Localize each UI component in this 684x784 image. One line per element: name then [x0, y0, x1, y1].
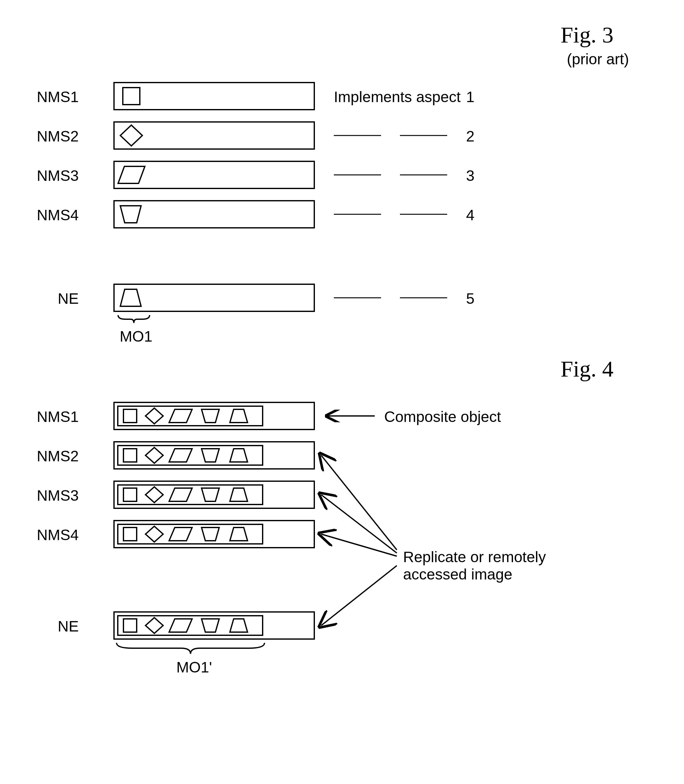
svg-rect-12 [114, 201, 314, 228]
fig3-row2-ditto: " [334, 133, 447, 139]
fig3-row4-ditto: " [334, 211, 447, 217]
fig4-title: Fig. 4 [561, 356, 613, 382]
svg-marker-26 [169, 409, 192, 423]
svg-marker-47 [169, 527, 192, 541]
svg-marker-56 [230, 619, 247, 632]
svg-marker-35 [230, 449, 247, 462]
svg-marker-18 [120, 289, 141, 306]
svg-marker-54 [169, 619, 192, 632]
svg-marker-39 [145, 487, 163, 503]
svg-line-60 [321, 534, 397, 556]
fig3-row1-label: NMS1 [32, 88, 79, 105]
fig3-row3-ditto: " [334, 172, 447, 178]
fig3-row3-label: NMS3 [32, 167, 79, 184]
fig3-row1-box [113, 82, 315, 110]
fig3-row5-ditto: " [334, 295, 447, 301]
svg-marker-42 [230, 488, 247, 501]
svg-marker-33 [169, 449, 192, 462]
svg-marker-27 [202, 409, 219, 423]
svg-rect-7 [114, 161, 314, 188]
svg-rect-38 [123, 488, 137, 501]
svg-text:": " [389, 211, 393, 217]
fig3-row1-aspect: Implements aspect [334, 88, 461, 105]
fig3-row5-label: NE [32, 290, 79, 307]
fig3-row4-box [113, 200, 315, 228]
replicate-label-line1: Replicate or remotely [403, 548, 546, 566]
fig3-title: Fig. 3 [561, 22, 613, 48]
svg-marker-25 [145, 408, 163, 424]
fig4-row5-box [113, 611, 315, 640]
svg-marker-53 [145, 618, 163, 634]
svg-rect-17 [114, 284, 314, 311]
svg-marker-32 [145, 448, 163, 463]
svg-rect-52 [123, 619, 137, 632]
svg-marker-28 [230, 409, 247, 423]
fig4-row2-box [113, 441, 315, 469]
svg-marker-46 [145, 526, 163, 542]
replicate-arrows-icon [315, 441, 441, 643]
svg-line-61 [321, 566, 397, 626]
fig4-row3-label: NMS3 [32, 487, 79, 504]
fig3-row1-num: 1 [466, 88, 474, 105]
svg-marker-34 [202, 449, 219, 462]
fig3-subtitle: (prior art) [567, 50, 629, 68]
svg-rect-24 [123, 409, 137, 423]
fig3-row3-box [113, 161, 315, 189]
fig4-mo1p-label: MO1' [176, 659, 212, 676]
fig3-mo1-brace-icon [116, 314, 151, 326]
composite-object-label: Composite object [384, 408, 501, 425]
fig3-row4-label: NMS4 [32, 206, 79, 224]
svg-text:": " [389, 172, 393, 178]
svg-marker-40 [169, 488, 192, 501]
replicate-label-line2: accessed image [403, 566, 512, 583]
svg-rect-0 [114, 82, 314, 110]
fig3-row3-num: 3 [466, 167, 474, 184]
svg-marker-55 [202, 619, 219, 632]
svg-line-58 [321, 455, 397, 550]
svg-rect-2 [114, 122, 314, 149]
svg-marker-3 [120, 125, 142, 146]
fig4-row3-box [113, 480, 315, 509]
fig4-row1-label: NMS1 [32, 408, 79, 425]
svg-text:": " [389, 133, 393, 139]
svg-rect-1 [123, 87, 140, 105]
fig3-row5-num: 5 [466, 290, 474, 307]
fig3-row2-label: NMS2 [32, 128, 79, 145]
fig4-row2-label: NMS2 [32, 448, 79, 465]
fig3-row2-box [113, 121, 315, 150]
svg-marker-41 [202, 488, 219, 501]
fig3-mo1-label: MO1 [120, 328, 152, 345]
svg-marker-8 [118, 166, 145, 183]
fig3-row2-num: 2 [466, 128, 474, 145]
svg-marker-13 [120, 206, 141, 223]
composite-arrow-icon [321, 410, 378, 422]
svg-text:": " [389, 295, 393, 301]
fig3-row5-box [113, 284, 315, 312]
fig4-row1-box [113, 402, 315, 430]
svg-marker-48 [202, 527, 219, 541]
fig4-row5-label: NE [32, 618, 79, 635]
fig3-row4-num: 4 [466, 206, 474, 224]
fig4-mo1p-brace-icon [113, 641, 268, 657]
svg-rect-31 [123, 449, 137, 462]
fig4-row4-box [113, 520, 315, 548]
svg-rect-45 [123, 527, 137, 541]
svg-marker-49 [230, 527, 247, 541]
fig4-row4-label: NMS4 [32, 526, 79, 543]
